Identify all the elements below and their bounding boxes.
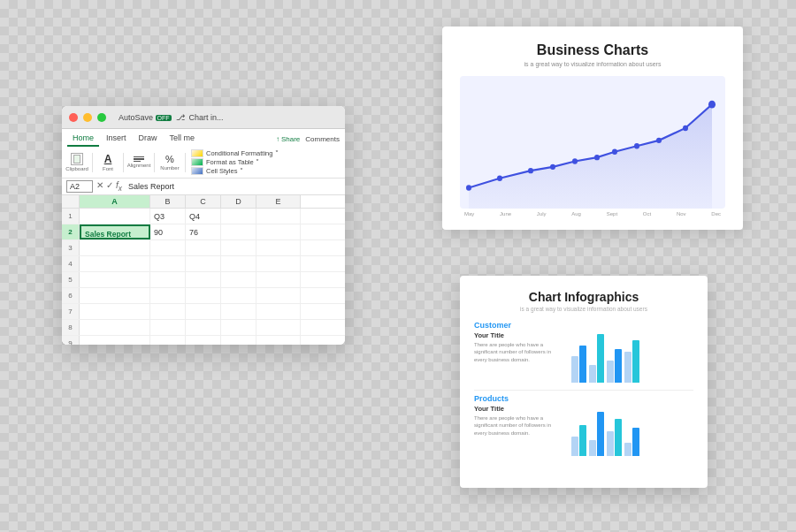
business-charts-subtitle: is a great way to visualize information …	[460, 61, 725, 67]
maximize-button[interactable]	[97, 113, 106, 122]
alignment-button[interactable]: Alignment	[129, 153, 149, 172]
business-charts-slide: Business Charts is a great way to visual…	[442, 27, 743, 230]
table-row: 8	[62, 320, 345, 336]
customer-left: Customer Your Title There are people who…	[474, 321, 563, 383]
customer-section: Customer Your Title There are people who…	[474, 321, 693, 383]
products-title: Products	[474, 394, 563, 403]
svg-point-7	[634, 143, 639, 148]
col-header-c[interactable]: C	[186, 195, 221, 208]
cell-b2[interactable]: 90	[150, 224, 186, 239]
cell-b1[interactable]: Q3	[150, 209, 186, 224]
format-as-table-button[interactable]: Format as Table ˅	[191, 158, 279, 166]
formula-icons: ✕ ✓ fx	[96, 180, 122, 193]
cell-a2[interactable]: Sales Report	[80, 224, 150, 239]
row-num-1: 1	[62, 209, 80, 224]
comments-label: Comments	[305, 135, 340, 143]
bar-group-5	[571, 425, 586, 456]
tab-draw[interactable]: Draw	[134, 131, 163, 147]
share-label: Share	[281, 135, 300, 143]
col-header-e[interactable]: E	[256, 195, 301, 208]
cell-d1[interactable]	[221, 209, 256, 224]
bar-group-2	[589, 334, 604, 383]
clipboard-label: Clipboard	[65, 166, 88, 171]
scene: Business Charts is a great way to visual…	[0, 0, 796, 532]
col-header-b[interactable]: B	[150, 195, 186, 208]
customer-your-title: Your Title	[474, 331, 563, 339]
products-left: Products Your Title There are people who…	[474, 394, 563, 456]
chart-infographics-slide: Chart Infographics is a great way to vis…	[460, 276, 708, 488]
bar-group-1	[571, 346, 586, 383]
cell-styles-button[interactable]: Cell Styles ˅	[191, 167, 279, 175]
format-table-icon	[191, 158, 203, 166]
cell-a1[interactable]	[80, 209, 150, 224]
cell-e1[interactable]	[256, 209, 301, 224]
table-row: 1 Q3 Q4	[62, 209, 345, 224]
cell-styles-label: Cell Styles ˅	[206, 167, 243, 175]
bar-group-3	[607, 349, 622, 383]
conditional-formatting-icon	[191, 149, 203, 157]
cell-c2[interactable]: 76	[186, 224, 221, 239]
tab-insert[interactable]: Insert	[101, 131, 132, 147]
conditional-formatting-button[interactable]: Conditional Formatting ˅	[191, 149, 279, 157]
clipboard-button[interactable]: Clipboard	[67, 153, 87, 172]
cell-c1[interactable]: Q4	[186, 209, 221, 224]
conditional-group: Conditional Formatting ˅ Format as Table…	[191, 149, 279, 175]
products-bar-chart	[571, 394, 693, 456]
cell-styles-icon	[191, 167, 203, 175]
conditional-formatting-label: Conditional Formatting ˅	[206, 149, 279, 157]
products-desc: There are people who have a significant …	[474, 414, 563, 437]
number-button[interactable]: % Number	[160, 153, 180, 172]
table-row: 9	[62, 336, 345, 345]
cell-e2[interactable]	[256, 224, 301, 239]
svg-point-10	[708, 101, 716, 109]
col-header-d[interactable]: D	[221, 195, 256, 208]
bar	[589, 440, 596, 456]
bar	[571, 437, 578, 456]
excel-grid: A B C D E 1 Q3 Q4 2 Sales Report 90 76	[62, 195, 345, 345]
svg-point-0	[466, 185, 471, 190]
chart-months: May June July Aug Sept Oct Nov Dec	[460, 209, 725, 217]
formula-confirm-icon: ✓	[106, 180, 113, 193]
alignment-group: Alignment	[129, 153, 155, 172]
tab-home[interactable]: Home	[67, 131, 99, 147]
line-chart-area	[460, 76, 725, 209]
tab-tell-me[interactable]: Tell me	[165, 131, 201, 147]
products-section: Products Your Title There are people who…	[474, 394, 693, 456]
bar	[579, 425, 586, 456]
svg-point-1	[497, 176, 502, 181]
bar-group-7	[607, 419, 622, 456]
bar	[632, 428, 639, 456]
alignment-icon	[134, 156, 144, 163]
share-button[interactable]: ↑ Share	[276, 135, 300, 143]
cell-ref[interactable]: A2	[66, 180, 93, 193]
formula-bar: A2 ✕ ✓ fx Sales Report	[62, 179, 345, 195]
bar	[615, 349, 622, 383]
font-label: Font	[103, 166, 113, 171]
products-your-title: Your Title	[474, 405, 563, 413]
excel-window: AutoSave OFF ⎇ Chart in... Home Insert D…	[62, 106, 345, 345]
svg-point-6	[612, 149, 617, 155]
ribbon-content: Clipboard A Font Alignment	[62, 147, 345, 179]
number-icon: %	[165, 154, 174, 164]
number-group: % Number	[160, 153, 186, 172]
close-button[interactable]	[69, 113, 78, 122]
formula-fx-icon: fx	[116, 180, 122, 193]
bar-group-6	[589, 412, 604, 456]
bar	[624, 352, 631, 383]
formula-content: Sales Report	[128, 182, 174, 191]
font-button[interactable]: A Font	[98, 153, 118, 172]
cell-d2[interactable]	[221, 224, 256, 239]
titlebar-text: AutoSave OFF ⎇ Chart in...	[119, 113, 224, 122]
minimize-button[interactable]	[83, 113, 92, 122]
row-num-2: 2	[62, 224, 80, 239]
bar	[597, 334, 604, 383]
svg-point-5	[594, 155, 600, 160]
table-row: 4	[62, 256, 345, 272]
infographics-title: Chart Infographics	[474, 290, 693, 304]
bar	[615, 419, 622, 456]
row-num-header	[62, 195, 80, 208]
svg-point-4	[572, 158, 578, 163]
alignment-label: Alignment	[127, 163, 151, 168]
comments-button[interactable]: Comments	[305, 135, 340, 143]
col-header-a[interactable]: A	[80, 195, 150, 208]
